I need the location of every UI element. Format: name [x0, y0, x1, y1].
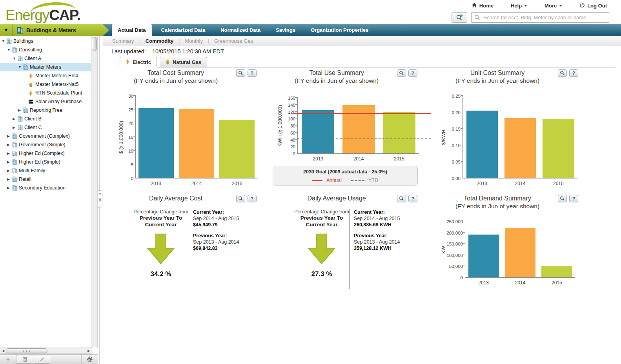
- tree-item-reporting-tree[interactable]: ▶Reporting Tree: [0, 106, 91, 115]
- module-selector[interactable]: ▼ Buildings & Meters: [0, 24, 109, 36]
- expander-icon[interactable]: ▶: [7, 143, 12, 147]
- expander-icon[interactable]: ▼: [2, 39, 7, 43]
- tree-item-client-b[interactable]: ▶Client B: [0, 115, 91, 123]
- panel-daily-average-usage: Daily Average Usage ? Percentage Change …: [254, 195, 419, 202]
- tree-item-consulting[interactable]: ▼Consulting: [0, 46, 91, 54]
- y-tick-label: 0.20: [441, 110, 461, 115]
- tree-item-master-meters-nat5[interactable]: Master Meters-Nat5: [0, 80, 91, 89]
- ytd-label: YTD: [368, 178, 378, 183]
- previous-year-range: Sep 2013 - Aug 2014: [193, 239, 258, 245]
- magnifier-icon: [238, 71, 243, 76]
- expander-icon[interactable]: ▶: [7, 177, 12, 181]
- expander-icon[interactable]: ▶: [13, 126, 18, 129]
- chevron-down-icon: [559, 5, 562, 7]
- tree-item-higher-ed-complex[interactable]: ▶Higher Ed (Complex): [0, 149, 91, 158]
- module-dropdown-caret[interactable]: ▼: [0, 24, 13, 36]
- zoom-chart-button[interactable]: [397, 195, 406, 202]
- y-tick-label: 0.05: [441, 160, 461, 164]
- edit-button[interactable]: [34, 355, 50, 364]
- y-tick-label: 120: [276, 110, 295, 115]
- expander-icon[interactable]: ▶: [7, 186, 12, 190]
- search-input[interactable]: [471, 12, 609, 23]
- zoom-chart-button[interactable]: [236, 195, 245, 202]
- tree-item-label: Government (Simple): [19, 142, 66, 147]
- expander-icon[interactable]: ▶: [7, 160, 12, 164]
- delete-button[interactable]: [17, 355, 33, 364]
- tree-item-client-a[interactable]: ▼Client A: [0, 54, 91, 63]
- expander-icon[interactable]: ▶: [7, 134, 12, 138]
- tree-item-retail[interactable]: ▶Retail: [0, 175, 91, 184]
- commodity-tab-label: Electric: [133, 59, 151, 65]
- building-icon: [7, 38, 13, 44]
- expander-icon[interactable]: ▶: [7, 169, 12, 173]
- expander-icon[interactable]: ▶: [18, 108, 23, 112]
- tree-item-rtn-scottsdale-plant[interactable]: RTN Scottsdale Plant: [0, 89, 91, 97]
- advanced-search-button[interactable]: [452, 12, 467, 23]
- help-button[interactable]: ?: [569, 195, 578, 202]
- tree-item-government-complex[interactable]: ▶Government (Complex): [0, 132, 91, 140]
- expander-icon[interactable]: ▶: [13, 117, 18, 121]
- expander-icon[interactable]: ▼: [18, 65, 23, 69]
- magnifier-icon: [560, 196, 565, 201]
- y-tick-mark: [295, 125, 298, 126]
- expander-icon[interactable]: ▶: [7, 151, 12, 155]
- goal-legend: 2030 Goal (2009 actual data - 25.0%) Ann…: [273, 166, 418, 186]
- y-axis-label: $/KWH: [441, 96, 447, 178]
- commodity-tab-electric[interactable]: Electric: [120, 57, 157, 67]
- tree-item-higher-ed-simple[interactable]: ▶Higher Ed (Simple): [0, 158, 91, 166]
- expander-icon[interactable]: ▼: [7, 48, 12, 52]
- x-category-label: 2015: [539, 280, 575, 286]
- magnifier-icon: [560, 71, 565, 76]
- help-menu[interactable]: Help: [511, 3, 527, 9]
- help-button[interactable]: ?: [569, 69, 578, 77]
- previous-year-value: $69,842.83: [193, 245, 258, 251]
- commodity-tab-natural-gas[interactable]: Natural Gas: [160, 57, 207, 67]
- scrollbar-thumb[interactable]: [92, 37, 97, 51]
- scroll-left-arrow[interactable]: ◀: [0, 348, 6, 353]
- expander-icon[interactable]: ▼: [13, 56, 18, 60]
- settings-button[interactable]: [82, 355, 98, 364]
- tab-calendarized-data[interactable]: Calendarized Data: [155, 24, 211, 36]
- tree-item-government-simple[interactable]: ▶Government (Simple): [0, 140, 91, 149]
- home-link[interactable]: Home: [472, 2, 494, 9]
- scroll-right-arrow[interactable]: ▶: [86, 348, 91, 353]
- panel-header: Total Cost Summary (FY ends in Jun of ye…: [93, 69, 258, 84]
- bar-2013: [466, 111, 498, 178]
- zoom-chart-button[interactable]: [397, 69, 406, 77]
- tree-item-secondary-education[interactable]: ▶Secondary Education: [0, 184, 91, 192]
- top-nav: Home Help More Log Out: [472, 2, 607, 9]
- sidebar-horizontal-scrollbar[interactable]: ◀ ▶: [0, 348, 92, 354]
- zoom-chart-button[interactable]: [558, 195, 567, 202]
- more-menu[interactable]: More: [545, 3, 562, 9]
- tree-item-client-c[interactable]: ▶Client C: [0, 123, 91, 132]
- logout-link[interactable]: Log Out: [579, 2, 607, 9]
- tree-item-solar-array-purchase[interactable]: 10#Solar Array Purchase: [0, 97, 91, 106]
- zoom-chart-button[interactable]: [236, 69, 245, 77]
- y-tick-mark: [133, 136, 136, 137]
- x-category-label: 2013: [463, 181, 501, 186]
- y-tick-mark: [295, 118, 298, 118]
- tree-item-master-meters[interactable]: ▼Master Meters: [0, 63, 91, 71]
- y-tick-label: 25: [114, 107, 133, 112]
- tab-savings[interactable]: Savings: [270, 24, 301, 36]
- scrollbar-thumb[interactable]: [6, 348, 47, 353]
- spacer: [193, 228, 258, 233]
- unit-cost-chart: $/KWH0.000.050.100.150.200.2520132014201…: [415, 96, 585, 189]
- tree-item-label: Client B: [24, 116, 42, 122]
- tree-item-multi-family[interactable]: ▶Multi-Family: [0, 166, 91, 175]
- tree-item-label: Master Meters-Ele4: [35, 73, 78, 78]
- panel-subtitle: (FY ends in Jun of year shown): [254, 77, 419, 84]
- tree-item-master-meters-ele4[interactable]: Master Meters-Ele4: [0, 71, 91, 80]
- tab-organization-properties[interactable]: Organization Properties: [305, 24, 374, 36]
- y-tick-label: 15: [114, 135, 133, 140]
- add-button[interactable]: +: [0, 355, 16, 364]
- tab-normalized-data[interactable]: Normalized Data: [215, 24, 266, 36]
- panel-total-use-summary: Total Use Summary (FY ends in Jun of yea…: [254, 69, 419, 84]
- chart-plot-area: 050,000100,000150,000200,000250,00020132…: [465, 222, 575, 278]
- tab-actual-data[interactable]: Actual Data: [112, 24, 152, 36]
- y-tick-mark: [133, 164, 136, 164]
- tree-item-buildings[interactable]: ▼Buildings: [0, 37, 91, 46]
- goal-line-annual: [293, 113, 431, 114]
- zoom-chart-button[interactable]: [558, 69, 567, 77]
- building-icon: [18, 56, 24, 61]
